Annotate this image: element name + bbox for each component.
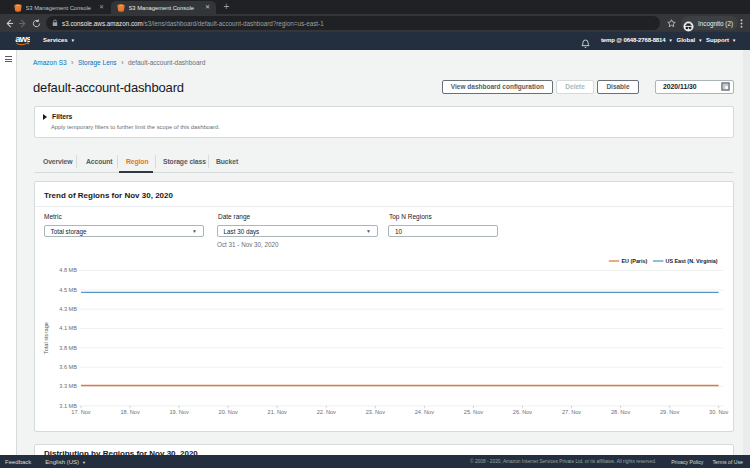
x-tick-label: 23. Nov — [366, 409, 385, 415]
active-tab-underline — [119, 171, 153, 173]
trend-heading: Trend of Regions for Nov 30, 2020 — [44, 191, 173, 200]
delete-button[interactable]: Delete — [556, 80, 594, 94]
x-tick-label: 17. Nov — [71, 409, 90, 415]
metric-select[interactable]: Total storage ▼ — [44, 225, 205, 237]
x-tick-label: 18. Nov — [120, 409, 139, 415]
aws-logo[interactable]: aws — [15, 35, 30, 46]
bookmark-star-icon[interactable] — [665, 14, 677, 32]
back-icon[interactable] — [4, 14, 15, 32]
tab-title: S3 Management Console — [129, 5, 205, 11]
feedback-link[interactable]: Feedback — [5, 459, 31, 465]
x-tick-label: 25. Nov — [464, 409, 483, 415]
tab-close-icon[interactable]: ✕ — [99, 4, 104, 11]
nav-region-menu[interactable]: Global▼ — [677, 31, 703, 49]
filters-expander[interactable]: Filters — [43, 113, 72, 120]
browser-toolbar: s3.console.aws.amazon.com/s3/lens/dashbo… — [0, 14, 750, 32]
tab-bucket[interactable]: Bucket — [216, 151, 238, 172]
tab-divider — [208, 155, 209, 168]
tab-overview[interactable]: Overview — [43, 151, 72, 172]
calendar-icon — [721, 82, 730, 91]
view-dashboard-configuration-button[interactable]: View dashboard configuration — [442, 80, 553, 94]
legend-label-eu-paris: EU (Paris) — [622, 258, 648, 264]
chevron-down-icon: ▼ — [71, 38, 75, 43]
date-picker[interactable]: 2020/11/30 — [655, 80, 734, 94]
browser-tab-active[interactable]: S3 Management Console ✕ — [111, 1, 216, 14]
y-tick-label: 3.8 MB — [59, 345, 77, 351]
x-tick-label: 27. Nov — [562, 409, 581, 415]
filters-label: Filters — [52, 113, 72, 120]
tab-account[interactable]: Account — [86, 151, 113, 172]
nav-services[interactable]: Services▼ — [43, 31, 75, 49]
chevron-down-icon: ▼ — [698, 38, 702, 43]
x-tick-label: 28. Nov — [611, 409, 630, 415]
date-range-label: Date range — [218, 213, 250, 220]
copyright-text: © 2008 - 2020, Amazon Internet Services … — [470, 459, 656, 464]
breadcrumb-current: default-account-dashboard — [128, 59, 205, 66]
tab-divider — [155, 155, 156, 168]
y-tick-label: 3.1 MB — [59, 403, 77, 409]
browser-menu-icon[interactable] — [736, 14, 746, 32]
breadcrumb: Amazon S3 › Storage Lens › default-accou… — [33, 59, 205, 66]
expand-triangle-icon — [43, 114, 47, 120]
tab-storage-class[interactable]: Storage class — [163, 151, 206, 172]
chevron-down-icon: ▼ — [668, 38, 672, 43]
nav-account-menu[interactable]: temp @ 0648-2768-8814▼ — [601, 31, 672, 49]
x-tick-label: 21. Nov — [268, 409, 287, 415]
console-viewport: Amazon S3 › Storage Lens › default-accou… — [0, 50, 750, 468]
forward-icon[interactable] — [17, 14, 28, 32]
tab-divider — [117, 155, 118, 168]
new-tab-button[interactable]: + — [222, 3, 231, 12]
x-tick-label: 20. Nov — [219, 409, 238, 415]
aws-navbar: aws Services▼ temp @ 0648-2768-8814▼ Glo… — [0, 32, 750, 50]
y-tick-label: 4.5 MB — [59, 287, 77, 293]
chart-legend: EU (Paris)US East (N. Virginia) — [609, 258, 718, 264]
s3-favicon-icon — [117, 4, 125, 12]
tab-divider — [76, 155, 77, 168]
x-tick-label: 26. Nov — [513, 409, 532, 415]
breadcrumb-amazon-s3[interactable]: Amazon S3 — [33, 59, 67, 66]
incognito-icon — [683, 18, 694, 29]
page-header: default-account-dashboard View dashboard… — [34, 77, 734, 97]
disable-button[interactable]: Disable — [597, 80, 638, 94]
tab-close-icon[interactable]: ✕ — [205, 4, 210, 11]
incognito-badge: Incognito (2) — [681, 16, 738, 30]
filters-description: Apply temporary filters to further limit… — [51, 124, 220, 130]
tab-region[interactable]: Region — [126, 151, 148, 172]
legend-label-us-east: US East (N. Virginia) — [666, 258, 718, 264]
language-select[interactable]: English (US)▼ — [45, 459, 86, 465]
x-tick-label: 30. Nov — [709, 409, 728, 415]
console-footer: Feedback English (US)▼ © 2008 - 2020, Am… — [0, 455, 750, 468]
s3-favicon-icon — [14, 4, 22, 12]
date-range-subtext: Oct 31 - Nov 30, 2020 — [217, 241, 279, 248]
x-tick-label: 29. Nov — [660, 409, 679, 415]
chevron-down-icon: ▼ — [732, 38, 736, 43]
url-bar[interactable]: s3.console.aws.amazon.com/s3/lens/dashbo… — [46, 16, 660, 30]
x-tick-label: 22. Nov — [317, 409, 336, 415]
trend-chart: EU (Paris)US East (N. Virginia)4.8 MB4.5… — [35, 248, 733, 431]
y-tick-label: 4.8 MB — [59, 267, 77, 273]
y-axis-title: Total storage — [43, 322, 49, 354]
chevron-down-icon: ▼ — [82, 460, 86, 465]
scrollbar-track[interactable] — [743, 50, 750, 455]
chevron-down-icon: ▼ — [192, 228, 197, 234]
hamburger-menu-icon[interactable] — [5, 56, 12, 62]
terms-of-use-link[interactable]: Terms of Use — [712, 459, 743, 465]
trend-chart-svg: EU (Paris)US East (N. Virginia)4.8 MB4.5… — [35, 248, 733, 431]
y-tick-label: 3.3 MB — [59, 383, 77, 389]
side-navigation — [0, 50, 17, 455]
tab-title: S3 Management Console — [26, 5, 99, 11]
y-tick-label: 4.3 MB — [59, 306, 77, 312]
breadcrumb-separator-icon: › — [121, 59, 123, 66]
chevron-down-icon: ▼ — [366, 228, 371, 234]
page-title: default-account-dashboard — [33, 80, 184, 95]
x-tick-label: 19. Nov — [169, 409, 188, 415]
browser-tabstrip: S3 Management Console ✕ S3 Management Co… — [0, 0, 750, 14]
privacy-policy-link[interactable]: Privacy Policy — [671, 459, 703, 465]
breadcrumb-storage-lens[interactable]: Storage Lens — [78, 59, 117, 66]
browser-tab-inactive[interactable]: S3 Management Console ✕ — [8, 1, 110, 14]
top-n-regions-input[interactable]: 10 — [388, 225, 498, 237]
nav-support-menu[interactable]: Support▼ — [706, 31, 736, 49]
date-range-select[interactable]: Last 30 days ▼ — [217, 225, 379, 237]
reload-icon[interactable] — [31, 14, 42, 32]
date-value: 2020/11/30 — [663, 83, 697, 90]
